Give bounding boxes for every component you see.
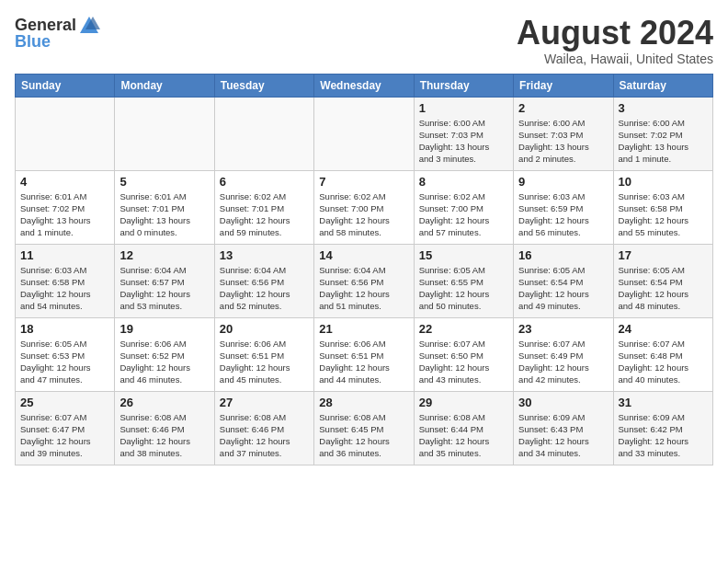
- calendar-day-cell: 29Sunrise: 6:08 AM Sunset: 6:44 PM Dayli…: [414, 391, 513, 465]
- day-info: Sunrise: 6:04 AM Sunset: 6:56 PM Dayligh…: [220, 264, 309, 313]
- day-number: 9: [518, 175, 608, 189]
- calendar-day-cell: 3Sunrise: 6:00 AM Sunset: 7:02 PM Daylig…: [613, 97, 712, 170]
- calendar-day-cell: 21Sunrise: 6:06 AM Sunset: 6:51 PM Dayli…: [314, 317, 414, 391]
- day-number: 2: [518, 101, 608, 115]
- month-year-title: August 2024: [517, 15, 713, 52]
- calendar-day-cell: 17Sunrise: 6:05 AM Sunset: 6:54 PM Dayli…: [613, 244, 712, 317]
- day-info: Sunrise: 6:08 AM Sunset: 6:45 PM Dayligh…: [319, 411, 408, 460]
- day-info: Sunrise: 6:04 AM Sunset: 6:57 PM Dayligh…: [119, 264, 209, 313]
- calendar-week-row: 4Sunrise: 6:01 AM Sunset: 7:02 PM Daylig…: [16, 170, 713, 244]
- day-info: Sunrise: 6:09 AM Sunset: 6:42 PM Dayligh…: [619, 411, 708, 460]
- day-info: Sunrise: 6:07 AM Sunset: 6:50 PM Dayligh…: [419, 338, 508, 386]
- day-info: Sunrise: 6:02 AM Sunset: 7:00 PM Dayligh…: [319, 190, 408, 239]
- calendar-day-cell: 24Sunrise: 6:07 AM Sunset: 6:48 PM Dayli…: [613, 317, 712, 391]
- day-info: Sunrise: 6:01 AM Sunset: 7:01 PM Dayligh…: [119, 190, 209, 239]
- calendar-day-cell: 6Sunrise: 6:02 AM Sunset: 7:01 PM Daylig…: [214, 170, 313, 244]
- day-info: Sunrise: 6:05 AM Sunset: 6:54 PM Dayligh…: [518, 264, 608, 313]
- calendar-day-cell: 19Sunrise: 6:06 AM Sunset: 6:52 PM Dayli…: [115, 317, 214, 391]
- day-number: 1: [419, 101, 508, 115]
- day-info: Sunrise: 6:05 AM Sunset: 6:53 PM Dayligh…: [20, 338, 109, 386]
- calendar-day-cell: 30Sunrise: 6:09 AM Sunset: 6:43 PM Dayli…: [514, 391, 613, 465]
- calendar-body: 1Sunrise: 6:00 AM Sunset: 7:03 PM Daylig…: [16, 97, 713, 465]
- day-info: Sunrise: 6:07 AM Sunset: 6:48 PM Dayligh…: [619, 338, 708, 386]
- logo: General Blue: [15, 15, 100, 52]
- calendar-week-row: 25Sunrise: 6:07 AM Sunset: 6:47 PM Dayli…: [16, 391, 713, 465]
- calendar-week-row: 18Sunrise: 6:05 AM Sunset: 6:53 PM Dayli…: [16, 317, 713, 391]
- calendar-day-cell: [16, 97, 115, 170]
- day-number: 15: [419, 248, 508, 262]
- day-info: Sunrise: 6:06 AM Sunset: 6:52 PM Dayligh…: [119, 338, 209, 386]
- day-info: Sunrise: 6:04 AM Sunset: 6:56 PM Dayligh…: [319, 264, 408, 313]
- calendar-day-cell: 27Sunrise: 6:08 AM Sunset: 6:46 PM Dayli…: [214, 391, 313, 465]
- day-number: 18: [20, 322, 109, 336]
- calendar-table: SundayMondayTuesdayWednesdayThursdayFrid…: [15, 74, 713, 465]
- calendar-day-cell: [115, 97, 214, 170]
- calendar-day-cell: 31Sunrise: 6:09 AM Sunset: 6:42 PM Dayli…: [613, 391, 712, 465]
- day-info: Sunrise: 6:00 AM Sunset: 7:02 PM Dayligh…: [619, 117, 708, 166]
- calendar-week-row: 11Sunrise: 6:03 AM Sunset: 6:58 PM Dayli…: [16, 244, 713, 317]
- day-number: 14: [319, 248, 408, 262]
- calendar-day-cell: [214, 97, 313, 170]
- day-info: Sunrise: 6:00 AM Sunset: 7:03 PM Dayligh…: [518, 117, 608, 166]
- weekday-header-cell: Wednesday: [314, 74, 414, 97]
- weekday-header-cell: Sunday: [16, 74, 115, 97]
- day-info: Sunrise: 6:06 AM Sunset: 6:51 PM Dayligh…: [220, 338, 309, 386]
- day-info: Sunrise: 6:06 AM Sunset: 6:51 PM Dayligh…: [319, 338, 408, 386]
- day-number: 26: [119, 396, 209, 409]
- day-number: 7: [319, 175, 408, 189]
- calendar-day-cell: 10Sunrise: 6:03 AM Sunset: 6:58 PM Dayli…: [613, 170, 712, 244]
- weekday-header-cell: Monday: [115, 74, 214, 97]
- day-number: 24: [619, 322, 708, 336]
- weekday-header-row: SundayMondayTuesdayWednesdayThursdayFrid…: [16, 74, 713, 97]
- day-number: 31: [619, 396, 708, 409]
- day-number: 6: [220, 175, 309, 189]
- calendar-day-cell: 18Sunrise: 6:05 AM Sunset: 6:53 PM Dayli…: [16, 317, 115, 391]
- calendar-day-cell: 15Sunrise: 6:05 AM Sunset: 6:55 PM Dayli…: [414, 244, 513, 317]
- calendar-day-cell: 25Sunrise: 6:07 AM Sunset: 6:47 PM Dayli…: [16, 391, 115, 465]
- day-number: 13: [220, 248, 309, 262]
- calendar-day-cell: 23Sunrise: 6:07 AM Sunset: 6:49 PM Dayli…: [514, 317, 613, 391]
- calendar-day-cell: 14Sunrise: 6:04 AM Sunset: 6:56 PM Dayli…: [314, 244, 414, 317]
- day-info: Sunrise: 6:05 AM Sunset: 6:55 PM Dayligh…: [419, 264, 508, 313]
- logo-icon: [78, 15, 100, 37]
- calendar-day-cell: 7Sunrise: 6:02 AM Sunset: 7:00 PM Daylig…: [314, 170, 414, 244]
- calendar-day-cell: 8Sunrise: 6:02 AM Sunset: 7:00 PM Daylig…: [414, 170, 513, 244]
- day-number: 12: [119, 248, 209, 262]
- location-text: Wailea, Hawaii, United States: [517, 52, 713, 66]
- day-info: Sunrise: 6:07 AM Sunset: 6:49 PM Dayligh…: [518, 338, 608, 386]
- day-number: 30: [518, 396, 608, 409]
- day-number: 22: [419, 322, 508, 336]
- calendar-week-row: 1Sunrise: 6:00 AM Sunset: 7:03 PM Daylig…: [16, 97, 713, 170]
- day-number: 10: [619, 175, 708, 189]
- calendar-day-cell: 2Sunrise: 6:00 AM Sunset: 7:03 PM Daylig…: [514, 97, 613, 170]
- day-info: Sunrise: 6:07 AM Sunset: 6:47 PM Dayligh…: [20, 411, 109, 460]
- calendar-day-cell: 20Sunrise: 6:06 AM Sunset: 6:51 PM Dayli…: [214, 317, 313, 391]
- day-info: Sunrise: 6:08 AM Sunset: 6:44 PM Dayligh…: [419, 411, 508, 460]
- weekday-header-cell: Tuesday: [214, 74, 313, 97]
- calendar-day-cell: 5Sunrise: 6:01 AM Sunset: 7:01 PM Daylig…: [115, 170, 214, 244]
- calendar-day-cell: 28Sunrise: 6:08 AM Sunset: 6:45 PM Dayli…: [314, 391, 414, 465]
- day-info: Sunrise: 6:03 AM Sunset: 6:58 PM Dayligh…: [619, 190, 708, 239]
- page-header: General Blue August 2024 Wailea, Hawaii,…: [15, 15, 713, 66]
- calendar-day-cell: 22Sunrise: 6:07 AM Sunset: 6:50 PM Dayli…: [414, 317, 513, 391]
- day-number: 23: [518, 322, 608, 336]
- day-info: Sunrise: 6:03 AM Sunset: 6:59 PM Dayligh…: [518, 190, 608, 239]
- day-number: 29: [419, 396, 508, 409]
- calendar-day-cell: 4Sunrise: 6:01 AM Sunset: 7:02 PM Daylig…: [16, 170, 115, 244]
- day-number: 4: [20, 175, 109, 189]
- day-info: Sunrise: 6:01 AM Sunset: 7:02 PM Dayligh…: [20, 190, 109, 239]
- day-info: Sunrise: 6:03 AM Sunset: 6:58 PM Dayligh…: [20, 264, 109, 313]
- weekday-header-cell: Thursday: [414, 74, 513, 97]
- day-number: 20: [220, 322, 309, 336]
- calendar-day-cell: 12Sunrise: 6:04 AM Sunset: 6:57 PM Dayli…: [115, 244, 214, 317]
- day-info: Sunrise: 6:08 AM Sunset: 6:46 PM Dayligh…: [119, 411, 209, 460]
- day-number: 19: [119, 322, 209, 336]
- day-number: 16: [518, 248, 608, 262]
- day-info: Sunrise: 6:02 AM Sunset: 7:01 PM Dayligh…: [220, 190, 309, 239]
- day-number: 11: [20, 248, 109, 262]
- calendar-day-cell: 16Sunrise: 6:05 AM Sunset: 6:54 PM Dayli…: [514, 244, 613, 317]
- day-number: 27: [220, 396, 309, 409]
- calendar-day-cell: 1Sunrise: 6:00 AM Sunset: 7:03 PM Daylig…: [414, 97, 513, 170]
- day-number: 3: [619, 101, 708, 115]
- weekday-header-cell: Friday: [514, 74, 613, 97]
